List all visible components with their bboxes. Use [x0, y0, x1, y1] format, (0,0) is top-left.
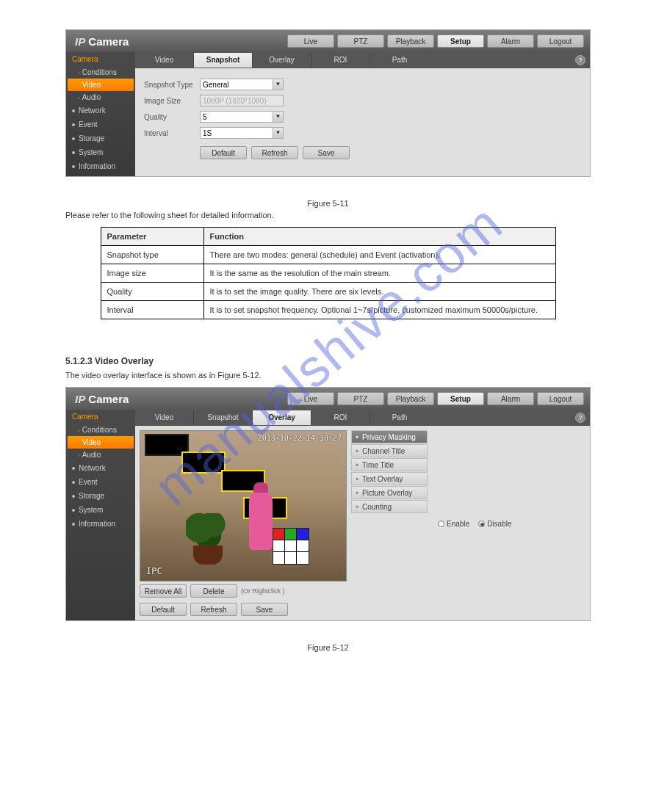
- nav-alarm[interactable]: Alarm: [487, 392, 534, 405]
- scene-bottle-icon: [249, 491, 273, 550]
- sidebar-item-video[interactable]: ›Video: [68, 436, 134, 449]
- nav-playback[interactable]: Playback: [387, 392, 434, 405]
- select-snapshot-type[interactable]: [200, 79, 273, 90]
- topbar: IP Camera Live PTZ Playback Setup Alarm …: [66, 388, 590, 410]
- nav-playback[interactable]: Playback: [387, 35, 434, 48]
- overlay-option-list: ▸Privacy Masking ▸Channel Title ▸Time Ti…: [351, 430, 428, 616]
- sidebar-group-network[interactable]: Network: [66, 104, 135, 117]
- sidebar-item-audio[interactable]: ›Audio: [66, 449, 135, 461]
- table-header-function: Function: [203, 228, 555, 246]
- label-interval: Interval: [144, 129, 200, 137]
- sidebar-group-system[interactable]: System: [66, 503, 135, 517]
- nav-live[interactable]: Live: [287, 35, 334, 48]
- table-header-parameter: Parameter: [101, 228, 203, 246]
- video-preview[interactable]: 2013-10-22 14:30:27 IPC: [140, 430, 347, 581]
- radio-disable[interactable]: Disable: [478, 520, 511, 528]
- default-button[interactable]: Default: [140, 603, 187, 616]
- default-button[interactable]: Default: [200, 146, 247, 159]
- overlay-opt-picture-overlay[interactable]: ▸Picture Overlay: [351, 486, 428, 499]
- sidebar-item-video[interactable]: ›Video: [68, 79, 134, 91]
- tab-video[interactable]: Video: [135, 410, 194, 425]
- sidebar-group-camera[interactable]: Camera: [66, 52, 135, 66]
- scene-rubiks-cube-icon: [273, 528, 309, 565]
- sidebar-group-event[interactable]: Event: [66, 117, 135, 131]
- sidebar: Camera ›Conditions ›Video ›Audio Network…: [66, 52, 135, 176]
- help-icon[interactable]: ?: [575, 413, 585, 423]
- label-image-size: Image Size: [144, 97, 200, 105]
- select-interval[interactable]: [200, 127, 273, 139]
- tab-path[interactable]: Path: [370, 53, 429, 68]
- top-nav: Live PTZ Playback Setup Alarm Logout: [287, 392, 590, 405]
- tabbar: Video Snapshot Overlay ROI Path ?: [135, 410, 590, 426]
- table-row: Image sizeIt is the same as the resoluti…: [101, 264, 555, 283]
- overlay-opt-privacy-masking[interactable]: ▸Privacy Masking: [351, 430, 428, 443]
- refresh-button[interactable]: Refresh: [251, 146, 298, 159]
- nav-setup[interactable]: Setup: [437, 392, 484, 405]
- preview-timestamp: 2013-10-22 14:30:27: [258, 434, 342, 442]
- help-icon[interactable]: ?: [575, 55, 585, 65]
- table-intro: Please refer to the following sheet for …: [65, 211, 591, 220]
- table-row: Snapshot typeThere are two modes: genera…: [101, 246, 555, 264]
- overlay-intro: The video overlay interface is shown as …: [65, 371, 591, 380]
- tabbar: Video Snapshot Overlay ROI Path ?: [135, 52, 590, 68]
- parameter-table: Parameter Function Snapshot typeThere ar…: [101, 227, 556, 319]
- tab-overlay[interactable]: Overlay: [253, 410, 311, 425]
- chevron-down-icon[interactable]: ▼: [273, 127, 284, 139]
- sidebar-group-storage[interactable]: Storage: [66, 131, 135, 145]
- sidebar-item-conditions[interactable]: ›Conditions: [66, 66, 135, 79]
- enable-disable-radio: Enable Disable: [432, 430, 512, 616]
- nav-logout[interactable]: Logout: [537, 392, 584, 405]
- overlay-section-heading: 5.1.2.3 Video Overlay: [65, 356, 591, 366]
- app-snapshot: IP Camera Live PTZ Playback Setup Alarm …: [65, 29, 591, 177]
- nav-live[interactable]: Live: [287, 392, 334, 405]
- snapshot-form: Snapshot Type ▼ Image Size Quality ▼ Int…: [135, 68, 590, 176]
- label-snapshot-type: Snapshot Type: [144, 81, 200, 89]
- tab-overlay[interactable]: Overlay: [253, 53, 311, 68]
- overlay-opt-counting[interactable]: ▸Counting: [351, 500, 428, 513]
- tab-video[interactable]: Video: [135, 53, 194, 68]
- sidebar-item-audio[interactable]: ›Audio: [66, 91, 135, 104]
- chevron-down-icon[interactable]: ▼: [273, 79, 284, 90]
- tab-path[interactable]: Path: [370, 410, 429, 425]
- sidebar-group-information[interactable]: Information: [66, 159, 135, 173]
- label-quality: Quality: [144, 113, 200, 121]
- tab-roi[interactable]: ROI: [311, 53, 370, 68]
- nav-alarm[interactable]: Alarm: [487, 35, 534, 48]
- privacy-mask-box[interactable]: [181, 452, 226, 474]
- nav-setup[interactable]: Setup: [437, 35, 484, 48]
- sidebar-group-event[interactable]: Event: [66, 475, 135, 489]
- preview-pane: 2013-10-22 14:30:27 IPC Remove All: [140, 430, 347, 616]
- app-logo: IP Camera: [66, 35, 129, 48]
- save-button[interactable]: Save: [303, 146, 350, 159]
- radio-enable[interactable]: Enable: [438, 520, 469, 528]
- sidebar-group-information[interactable]: Information: [66, 517, 135, 531]
- overlay-opt-channel-title[interactable]: ▸Channel Title: [351, 444, 428, 457]
- tab-snapshot[interactable]: Snapshot: [194, 53, 253, 68]
- sidebar-group-camera[interactable]: Camera: [66, 410, 135, 424]
- app-logo: IP Camera: [66, 393, 129, 405]
- nav-ptz[interactable]: PTZ: [337, 392, 384, 405]
- select-quality[interactable]: [200, 111, 273, 123]
- sidebar-item-conditions[interactable]: ›Conditions: [66, 424, 135, 436]
- tab-snapshot[interactable]: Snapshot: [194, 410, 253, 425]
- save-button[interactable]: Save: [241, 603, 288, 616]
- tab-roi[interactable]: ROI: [311, 410, 370, 425]
- sidebar: Camera ›Conditions ›Video ›Audio Network…: [66, 410, 135, 620]
- delete-button[interactable]: Delete: [190, 584, 237, 598]
- nav-logout[interactable]: Logout: [537, 35, 584, 48]
- overlay-opt-time-title[interactable]: ▸Time Title: [351, 458, 428, 471]
- refresh-button[interactable]: Refresh: [190, 603, 237, 616]
- sidebar-group-system[interactable]: System: [66, 145, 135, 159]
- nav-ptz[interactable]: PTZ: [337, 35, 384, 48]
- figure-caption-2: Figure 5-12: [65, 643, 591, 652]
- scene-plant-icon: [186, 513, 230, 565]
- figure-caption-1: Figure 5-11: [65, 199, 591, 208]
- remove-all-button[interactable]: Remove All: [140, 584, 187, 598]
- sidebar-group-storage[interactable]: Storage: [66, 489, 135, 503]
- table-row: IntervalIt is to set snapshot frequency.…: [101, 301, 555, 319]
- sidebar-group-network[interactable]: Network: [66, 461, 135, 475]
- chevron-down-icon[interactable]: ▼: [273, 111, 284, 123]
- app-overlay: IP Camera Live PTZ Playback Setup Alarm …: [65, 387, 591, 621]
- top-nav: Live PTZ Playback Setup Alarm Logout: [287, 35, 590, 48]
- overlay-opt-text-overlay[interactable]: ▸Text Overlay: [351, 472, 428, 485]
